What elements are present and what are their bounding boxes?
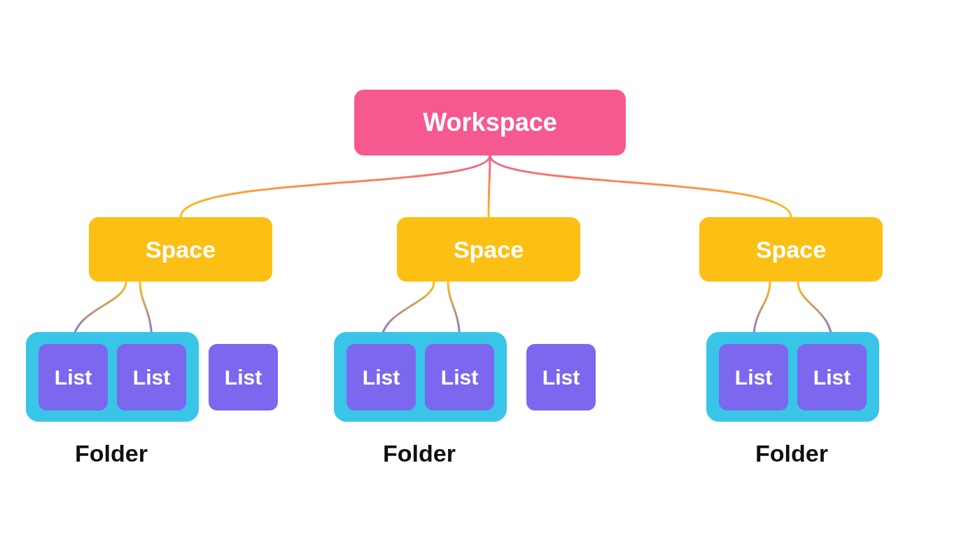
list-node: List: [719, 344, 788, 410]
list-label: List: [542, 366, 580, 389]
folder-label: Folder: [383, 440, 456, 467]
list-node: List: [117, 344, 186, 410]
list-node: List: [797, 344, 867, 410]
list-label: List: [735, 366, 772, 389]
list-label: List: [441, 366, 478, 389]
list-label: List: [363, 366, 400, 389]
list-node: List: [526, 344, 596, 410]
space-node: Space: [89, 217, 272, 282]
workspace-node: Workspace: [354, 90, 626, 156]
folder-label: Folder: [755, 440, 828, 467]
list-label: List: [813, 366, 850, 389]
list-label: List: [55, 366, 92, 389]
hierarchy-diagram: Workspace Space Space Space List List Li…: [0, 0, 980, 552]
list-node: List: [38, 344, 108, 410]
list-label: List: [225, 366, 262, 389]
list-label: List: [133, 366, 170, 389]
workspace-label: Workspace: [423, 108, 556, 137]
space-node: Space: [397, 217, 580, 282]
list-node: List: [425, 344, 494, 410]
space-label: Space: [146, 236, 216, 263]
list-node: List: [346, 344, 416, 410]
space-label: Space: [756, 236, 826, 263]
space-node: Space: [699, 217, 883, 282]
space-label: Space: [454, 236, 524, 263]
list-node: List: [209, 344, 278, 410]
folder-label: Folder: [75, 440, 148, 467]
